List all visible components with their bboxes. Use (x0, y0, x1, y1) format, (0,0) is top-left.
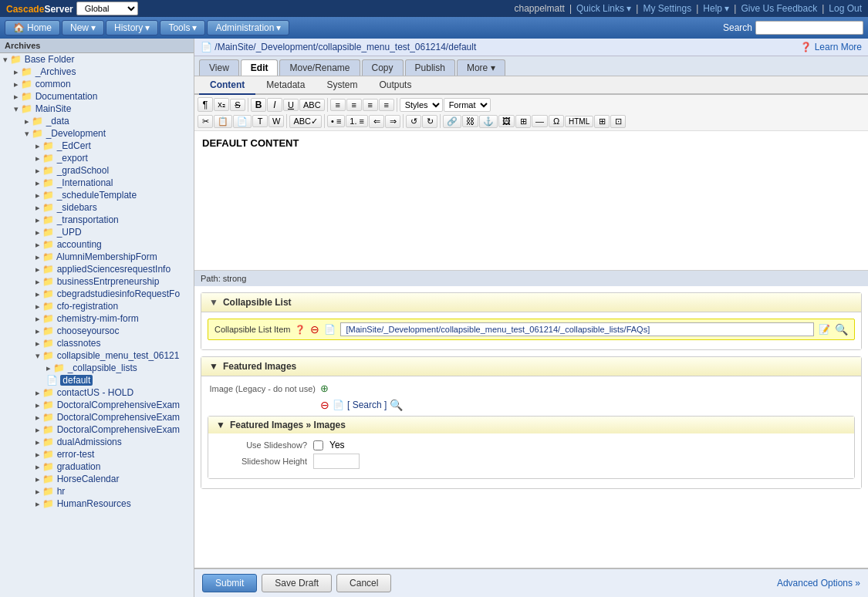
sidebar-tree-item[interactable]: ▸ 📁 error-test (0, 448, 194, 460)
tab-view[interactable]: View (199, 59, 239, 76)
tab-edit[interactable]: Edit (241, 59, 279, 76)
sidebar-tree-item[interactable]: ▸ 📁 _export (0, 152, 194, 164)
fi-search-link[interactable]: [ Search ] (347, 400, 387, 410)
toolbar-justify[interactable]: ≡ (379, 99, 394, 111)
toolbar-undo[interactable]: ↺ (406, 115, 421, 128)
toolbar-html[interactable]: HTML (565, 116, 593, 127)
tab-move-rename[interactable]: Move/Rename (279, 59, 360, 76)
administration-button[interactable]: Administration ▾ (207, 20, 289, 35)
toolbar-strikethrough[interactable]: S (230, 99, 245, 111)
sidebar-tree-item[interactable]: ▸ 📁 _scheduleTemplate (0, 189, 194, 201)
toolbar-paste-text[interactable]: T (252, 115, 268, 127)
toolbar-paste[interactable]: 📄 (233, 115, 252, 128)
search-input[interactable] (755, 21, 863, 35)
search-item-icon[interactable]: 🔍 (835, 323, 848, 336)
tab-more[interactable]: More ▾ (457, 59, 505, 76)
toolbar-anchor[interactable]: ⚓ (479, 115, 498, 128)
advanced-options-link[interactable]: Advanced Options » (777, 578, 860, 589)
toolbar-link[interactable]: 🔗 (443, 115, 461, 128)
new-button[interactable]: New ▾ (62, 20, 104, 35)
sidebar-tree-item[interactable]: ▸ 📁 HorseCalendar (0, 473, 194, 485)
toolbar-subscript[interactable]: x₂ (214, 98, 229, 111)
sidebar-tree-item[interactable]: 📄 default (0, 374, 194, 386)
toolbar-hr[interactable]: — (532, 115, 548, 127)
tab-copy[interactable]: Copy (362, 59, 404, 76)
sidebar-tree-item[interactable]: ▸ 📁 cbegradstudiesinfoRequestFo (0, 288, 194, 300)
learn-more-button[interactable]: ❓ Learn More (800, 42, 862, 52)
doc-icon[interactable]: 📄 (324, 324, 336, 335)
sidebar-tree-item[interactable]: ▸ 📁 cfo-registration (0, 300, 194, 312)
sidebar-tree-item[interactable]: ▸ 📁 classnotes (0, 337, 194, 349)
submit-button[interactable]: Submit (202, 574, 257, 592)
home-button[interactable]: 🏠 Home (5, 20, 60, 35)
sidebar-tree-item[interactable]: ▸ 📁 _Archives (0, 66, 194, 78)
fi-slideshow-checkbox[interactable] (313, 440, 323, 450)
toolbar-underline[interactable]: U (283, 99, 299, 111)
my-settings[interactable]: My Settings (643, 3, 691, 14)
history-button[interactable]: History ▾ (106, 20, 158, 35)
fi-remove-icon[interactable]: ⊖ (320, 399, 329, 411)
toolbar-paste-word[interactable]: W (269, 115, 284, 127)
tab-content[interactable]: Content (199, 76, 255, 95)
tools-button[interactable]: Tools ▾ (160, 20, 205, 35)
toolbar-table[interactable]: ⊞ (515, 115, 531, 128)
sidebar-tree-item[interactable]: ▸ 📁 AlumniMembershipForm (0, 251, 194, 263)
toolbar-num-list[interactable]: 1. ≡ (346, 115, 368, 127)
toolbar-format[interactable]: Format (444, 98, 491, 112)
sidebar-tree-item[interactable]: ▾ 📁 _Development (0, 127, 194, 140)
give-us-feedback[interactable]: Give Us Feedback (741, 3, 817, 14)
sidebar-tree-item[interactable]: ▸ 📁 chemistry-mim-form (0, 312, 194, 325)
toolbar-grid[interactable]: ⊞ (594, 115, 610, 128)
sidebar-tree-item[interactable]: ▸ 📁 contactUS - HOLD (0, 386, 194, 399)
sidebar-tree-item[interactable]: ▸ 📁 accounting (0, 238, 194, 251)
log-out[interactable]: Log Out (829, 3, 862, 14)
fi-sub-header[interactable]: ▼ Featured Images » Images (208, 417, 854, 433)
sidebar-tree-item[interactable]: ▸ 📁 Documentation (0, 90, 194, 103)
toolbar-align-left[interactable]: ≡ (330, 99, 346, 111)
toolbar-char[interactable]: Ω (549, 115, 564, 127)
sidebar-tree-item[interactable]: ▸ 📁 _International (0, 177, 194, 189)
sidebar-tree-item[interactable]: ▸ 📁 businessEntrpreneurship (0, 275, 194, 288)
toolbar-align-center[interactable]: ≡ (346, 99, 362, 111)
fi-height-input[interactable] (313, 454, 360, 469)
toolbar-styles[interactable]: Styles (400, 98, 443, 112)
tab-metadata[interactable]: Metadata (255, 76, 316, 95)
sidebar-tree-item[interactable]: ▸ 📁 _data (0, 115, 194, 127)
sidebar-tree-item[interactable]: ▾ 📁 MainSite (0, 103, 194, 115)
sidebar-tree-item[interactable]: ▸ 📁 _gradSchool (0, 164, 194, 177)
edit-icon[interactable]: 📝 (819, 324, 830, 335)
toolbar-unlink[interactable]: ⛓ (462, 115, 478, 127)
sidebar-tree-item[interactable]: ▸ 📁 appliedSciencesrequestInfo (0, 263, 194, 275)
fi-search-icon[interactable]: 🔍 (390, 399, 403, 411)
sidebar-tree-item[interactable]: ▸ 📁 dualAdmissions (0, 436, 194, 448)
toolbar-indent-in[interactable]: ⇒ (385, 115, 400, 128)
toolbar-extra[interactable]: ⊡ (610, 115, 626, 128)
sidebar-tree-item[interactable]: ▸ 📁 DoctoralComprehensiveExam (0, 399, 194, 411)
toolbar-redo[interactable]: ↻ (422, 115, 437, 128)
featured-images-header[interactable]: ▼ Featured Images (201, 357, 861, 376)
toolbar-align-right[interactable]: ≡ (363, 99, 378, 111)
quick-links[interactable]: Quick Links ▾ (576, 3, 631, 14)
toolbar-image[interactable]: 🖼 (498, 115, 515, 127)
global-selector[interactable]: Global (76, 2, 138, 15)
tab-publish[interactable]: Publish (405, 59, 455, 76)
remove-item-icon[interactable]: ⊖ (310, 323, 319, 336)
sidebar-tree-item[interactable]: ▾ 📁 collapsible_menu_test_06121 (0, 349, 194, 362)
sidebar-tree-item[interactable]: ▸ 📁 HumanResources (0, 498, 194, 510)
sidebar-tree-item[interactable]: ▸ 📁 _UPD (0, 226, 194, 238)
sidebar-tree-item[interactable]: ▸ 📁 common (0, 78, 194, 90)
fi-add-icon[interactable]: ⊕ (320, 383, 329, 394)
sidebar-tree-item[interactable]: ▾ 📁 Base Folder (0, 53, 194, 66)
sidebar-tree-item[interactable]: ▸ 📁 _transportation (0, 214, 194, 226)
toolbar-format-block[interactable]: ¶ (198, 97, 213, 112)
tab-system[interactable]: System (316, 76, 368, 95)
help-link[interactable]: Help ▾ (703, 3, 729, 14)
toolbar-spell-check[interactable]: ABC✓ (289, 115, 322, 128)
toolbar-indent-out[interactable]: ⇐ (369, 115, 384, 128)
cancel-button[interactable]: Cancel (336, 574, 391, 592)
toolbar-bullet-list[interactable]: • ≡ (327, 115, 345, 127)
toolbar-copy[interactable]: 📋 (214, 115, 232, 128)
sidebar-tree-item[interactable]: ▸ 📁 hr (0, 485, 194, 498)
tab-outputs[interactable]: Outputs (368, 76, 422, 95)
save-draft-button[interactable]: Save Draft (262, 574, 332, 592)
